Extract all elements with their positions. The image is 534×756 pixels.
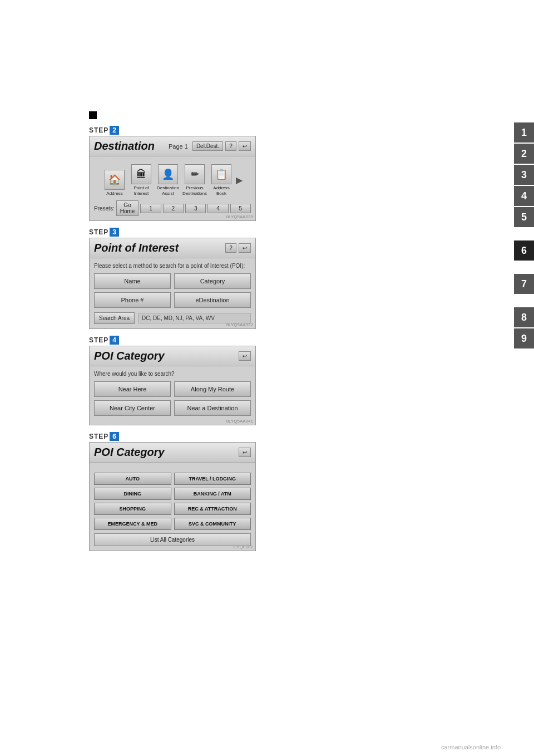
near-here-button[interactable]: Near Here — [94, 381, 171, 397]
step2-image-id: 8LYQ5AA039 — [226, 214, 253, 219]
svc-community-button[interactable]: SVC & COMMUNITY — [174, 518, 251, 530]
step2-panel: Destination Page 1 Del.Dest. ? ↩ 🏠 Addre… — [89, 136, 256, 221]
prev-dest-icon: ✏ — [185, 164, 205, 184]
step3-image-id: 8LYQ5AA032 — [226, 322, 253, 327]
step3-instruction: Please select a method to search for a p… — [94, 263, 251, 269]
step2-label: STEP 2 — [89, 126, 256, 135]
address-label: Address — [106, 191, 122, 197]
phone-button[interactable]: Phone # — [94, 292, 171, 308]
prev-dest-icon-item[interactable]: ✏ PreviousDestinations — [182, 164, 207, 196]
step2-title: Destination — [94, 140, 155, 153]
chapter-3[interactable]: 3 — [514, 165, 534, 185]
dest-assist-label: DestinationAssist — [157, 185, 179, 196]
del-dest-button[interactable]: Del.Dest. — [192, 141, 223, 151]
step3-btn-grid: Name Category Phone # eDestination — [94, 273, 251, 308]
chapter-2[interactable]: 2 — [514, 144, 534, 164]
step3-header-right: ? ↩ — [225, 243, 251, 253]
step4-body: Where would you like to search? Near Her… — [90, 366, 255, 425]
poi-icon-item[interactable]: 🏛 Point ofInterest — [129, 164, 154, 196]
preset-2[interactable]: 2 — [163, 204, 184, 213]
step6-text: STEP — [89, 433, 108, 440]
step6-panel: POI Category ↩ AUTO TRAVEL / LODGING DIN… — [89, 442, 256, 551]
step3-back-button[interactable]: ↩ — [239, 243, 251, 253]
chapter-navigation: 1 2 3 4 5 6 7 8 9 — [514, 122, 534, 348]
step3-container: STEP 3 Point of Interest ? ↩ Please sele… — [89, 228, 256, 329]
step2-icon-row: 🏠 Address 🏛 Point ofInterest 👤 Destinati… — [94, 161, 251, 198]
step6-header: POI Category ↩ — [90, 443, 255, 463]
chapter-6[interactable]: 6 — [514, 240, 534, 261]
dining-button[interactable]: DINING — [94, 488, 171, 500]
chapter-5[interactable]: 5 — [514, 207, 534, 227]
rec-attraction-button[interactable]: REC & ATTRACTION — [174, 503, 251, 515]
address-icon-item[interactable]: 🏠 Address — [102, 170, 127, 197]
along-route-button[interactable]: Along My Route — [174, 381, 251, 397]
address-book-icon: 📋 — [211, 164, 231, 184]
step6-num: 6 — [110, 432, 119, 441]
step2-num: 2 — [110, 126, 119, 135]
preset-gohome[interactable]: Go Home — [116, 200, 139, 216]
dest-assist-icon-item[interactable]: 👤 DestinationAssist — [156, 164, 180, 196]
step2-page-label: Page 1 — [169, 143, 188, 150]
preset-4[interactable]: 4 — [207, 204, 228, 213]
banking-atm-button[interactable]: BANKING / ATM — [174, 488, 251, 500]
prev-dest-label: PreviousDestinations — [182, 185, 207, 196]
dest-assist-icon: 👤 — [158, 164, 178, 184]
step3-panel: Point of Interest ? ↩ Please select a me… — [89, 238, 256, 329]
poi-label: Point ofInterest — [134, 185, 149, 196]
category-button[interactable]: Category — [174, 273, 251, 289]
poi-icon: 🏛 — [131, 164, 151, 184]
step3-header: Point of Interest ? ↩ — [90, 238, 255, 258]
step2-back-button[interactable]: ↩ — [239, 141, 251, 151]
watermark: carmanualsonline.info — [441, 744, 501, 750]
near-city-center-button[interactable]: Near City Center — [94, 400, 171, 416]
step6-image-id: ILYQF187 — [233, 544, 253, 549]
step4-container: STEP 4 POI Category ↩ Where would you li… — [89, 336, 256, 425]
presets-row: Presets: Go Home 1 2 3 4 5 — [94, 200, 251, 216]
step6-back-button[interactable]: ↩ — [239, 448, 251, 457]
step3-label: STEP 3 — [89, 228, 256, 237]
section-bullet — [89, 111, 97, 119]
preset-3[interactable]: 3 — [185, 204, 206, 213]
chapter-4[interactable]: 4 — [514, 186, 534, 206]
travel-lodging-button[interactable]: TRAVEL / LODGING — [174, 473, 251, 485]
step4-btn-grid: Near Here Along My Route Near City Cente… — [94, 381, 251, 416]
chapter-9[interactable]: 9 — [514, 328, 534, 348]
search-area-button[interactable]: Search Area — [94, 312, 135, 324]
address-book-icon-item[interactable]: 📋 AddressBook — [209, 164, 234, 196]
step3-num: 3 — [110, 228, 119, 237]
step4-title: POI Category — [94, 350, 165, 362]
step6-title: POI Category — [94, 446, 165, 459]
step4-header-right: ↩ — [239, 351, 251, 361]
name-button[interactable]: Name — [94, 273, 171, 289]
step4-panel: POI Category ↩ Where would you like to s… — [89, 346, 256, 425]
more-arrow[interactable]: ▶ — [236, 175, 243, 185]
category-grid: AUTO TRAVEL / LODGING DINING BANKING / A… — [94, 473, 251, 530]
preset-1[interactable]: 1 — [140, 204, 161, 213]
step4-header: POI Category ↩ — [90, 346, 255, 366]
address-icon: 🏠 — [105, 170, 125, 190]
address-book-label: AddressBook — [213, 185, 229, 196]
chapter-7[interactable]: 7 — [514, 274, 534, 294]
step4-num: 4 — [110, 336, 119, 345]
edestination-button[interactable]: eDestination — [174, 292, 251, 308]
step4-back-button[interactable]: ↩ — [239, 351, 251, 361]
step2-help-button[interactable]: ? — [225, 141, 236, 151]
step4-text: STEP — [89, 336, 108, 344]
step3-title: Point of Interest — [94, 242, 179, 254]
step4-label: STEP 4 — [89, 336, 256, 345]
auto-button[interactable]: AUTO — [94, 473, 171, 485]
chapter-8[interactable]: 8 — [514, 307, 534, 327]
emergency-med-button[interactable]: EMERGENCY & MED — [94, 518, 171, 530]
step6-label: STEP 6 — [89, 432, 256, 441]
step3-help-button[interactable]: ? — [225, 243, 236, 253]
step2-header-right: Page 1 Del.Dest. ? ↩ — [169, 141, 251, 151]
step6-body: AUTO TRAVEL / LODGING DINING BANKING / A… — [90, 463, 255, 551]
step4-image-id: 8LYQ5AA041 — [226, 419, 253, 424]
chapter-1[interactable]: 1 — [514, 122, 534, 143]
list-all-button[interactable]: List All Categories — [94, 533, 251, 546]
shopping-button[interactable]: SHOPPING — [94, 503, 171, 515]
step2-header: Destination Page 1 Del.Dest. ? ↩ — [90, 136, 255, 156]
preset-5[interactable]: 5 — [230, 204, 251, 213]
near-destination-button[interactable]: Near a Destination — [174, 400, 251, 416]
step2-body: 🏠 Address 🏛 Point ofInterest 👤 Destinati… — [90, 156, 255, 220]
